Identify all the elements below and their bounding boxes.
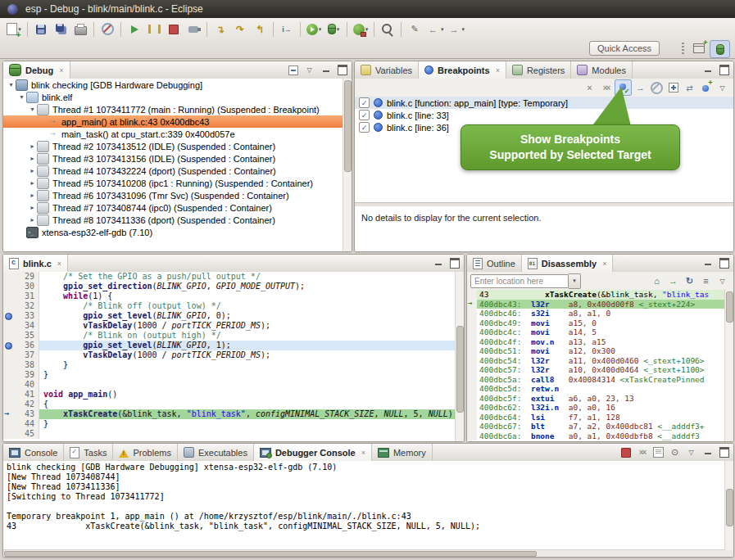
view-menu-button[interactable] (715, 273, 730, 288)
console-hscrollbar-thumb[interactable] (4, 551, 537, 557)
view-menu-button[interactable] (302, 63, 317, 78)
tab-debug[interactable]: Debug× (3, 61, 70, 79)
tab-disassembly[interactable]: Disassembly× (522, 255, 614, 272)
debug-tree-row[interactable]: ▸Thread #6 1073431096 (Tmr Svc) (Suspend… (3, 189, 343, 201)
editor-line[interactable]: 39} (3, 370, 456, 380)
home-button[interactable] (649, 273, 665, 288)
open-perspective-button[interactable] (689, 40, 708, 56)
disassembly-line[interactable]: 400dbc64: lsi f7, a1, 128 (467, 413, 725, 422)
print-button[interactable] (70, 20, 90, 38)
last-edit-button[interactable] (405, 20, 424, 38)
close-icon[interactable]: × (59, 66, 63, 75)
disassembly-line[interactable]: 400dbc57: l32r a10, 0x400d0464 <_stext+1… (467, 365, 725, 375)
disassembly-line[interactable]: 400dbc5f: extui a6, a0, 23, 13 (467, 394, 725, 404)
expand-down-icon[interactable]: ▾ (17, 93, 26, 101)
debug-tree-row[interactable]: ▾blink checking [GDB Hardware Debugging] (3, 79, 343, 91)
tab-console[interactable]: Console (3, 444, 64, 461)
step-over-button[interactable] (230, 20, 250, 38)
remove-all-button[interactable] (598, 80, 614, 95)
location-input[interactable]: Enter location here (470, 274, 569, 288)
debug-tree-row[interactable]: ▾Thread #1 1073411772 (main : Running) (… (3, 103, 343, 115)
console-scrollbar[interactable] (724, 461, 733, 550)
clear-button[interactable] (651, 445, 666, 460)
step-return-button[interactable] (250, 20, 270, 38)
terminate-button[interactable] (618, 445, 633, 460)
minimize-button[interactable] (700, 445, 715, 460)
step-into-button[interactable] (211, 20, 230, 38)
terminate-button[interactable] (164, 20, 184, 38)
debug-tree-row[interactable]: ▸Thread #8 1073411336 (dport) (Suspended… (3, 214, 343, 226)
expand-right-icon[interactable]: ▸ (28, 142, 37, 150)
close-icon[interactable]: × (602, 260, 606, 268)
goto-pc-button[interactable] (665, 273, 681, 288)
editor-line[interactable]: 34 vTaskDelay(1000 / portTICK_PERIOD_MS)… (3, 321, 456, 331)
disassembly-scrollbar[interactable] (724, 290, 733, 441)
debug-tree-row[interactable]: ▸Thread #4 1073432224 (dport) (Suspended… (3, 165, 343, 177)
debug-scrollbar-thumb[interactable] (344, 80, 352, 172)
search-button[interactable] (378, 20, 397, 38)
debug-tree-row[interactable]: ▸Thread #2 1073413512 (IDLE) (Suspended … (3, 140, 343, 152)
editor-line[interactable]: 30 gpio_set_direction(BLINK_GPIO, GPIO_M… (3, 282, 456, 291)
instruction-stepping-button[interactable] (277, 20, 297, 38)
debug-tree-row[interactable]: ▸Thread #3 1073413156 (IDLE) (Suspended … (3, 152, 343, 165)
instruction-pointer-icon[interactable] (3, 409, 14, 419)
editor-line[interactable]: 42{ (3, 400, 456, 409)
disconnect-button[interactable] (184, 20, 203, 38)
expand-down-icon[interactable]: ▾ (7, 81, 16, 88)
breakpoint-checkbox[interactable]: ✓ (359, 97, 370, 108)
editor-line[interactable]: 45 (3, 429, 456, 439)
disassembly-line[interactable]: 43 xTaskCreate(&blink_task, "blink_tas (467, 290, 725, 300)
minimize-button[interactable] (430, 256, 446, 271)
add-breakpoint-button[interactable] (698, 80, 714, 95)
tab-variables[interactable]: Variables (355, 61, 419, 79)
debug-tree-row[interactable]: ▸Thread #7 1073408744 (ipc0) (Suspended … (3, 201, 343, 214)
maximize-button[interactable] (447, 256, 462, 271)
editor-line[interactable]: 36 gpio_set_level(BLINK_GPIO, 1); (3, 341, 456, 350)
debug-tree-row[interactable]: xtensa-esp32-elf-gdb (7.10) (3, 226, 343, 238)
close-icon[interactable]: × (496, 66, 500, 75)
maximize-button[interactable] (334, 63, 350, 78)
disassembly-line[interactable]: 400dbc5a: call8 0x40084314 <xTaskCreateP… (467, 375, 725, 385)
suspend-button[interactable] (144, 20, 164, 38)
debug-tree-row[interactable]: main_task() at cpu_start.c:339 0x400d057… (3, 128, 343, 140)
tab-tasks[interactable]: Tasks (64, 444, 113, 461)
breakpoint-checkbox[interactable]: ✓ (359, 122, 370, 133)
external-tools-button[interactable]: ▾ (351, 20, 370, 38)
editor-line[interactable]: 29 /* Set the GPIO as a push/pull output… (3, 272, 456, 282)
refresh-button[interactable] (682, 273, 697, 288)
titlebar[interactable]: esp - Debug - blink/main/blink.c - Eclip… (0, 0, 735, 18)
editor-line[interactable]: 32 /* Blink off (output low) */ (3, 301, 456, 311)
save-button[interactable] (31, 20, 51, 38)
editor-scrollbar[interactable] (455, 272, 464, 441)
breakpoint-marker-icon[interactable] (3, 311, 14, 321)
console-scrollbar-thumb[interactable] (726, 489, 733, 526)
disassembly-line[interactable]: 400dbc62: l32i.n a0, a0, 16 (467, 403, 725, 413)
pin-button[interactable] (667, 445, 683, 460)
tab-debugger-console[interactable]: Debugger Console× (254, 444, 372, 461)
tab-outline[interactable]: Outline (467, 255, 522, 272)
tab-blink-c[interactable]: blink.c× (3, 255, 68, 272)
debug-button[interactable]: ▾ (324, 20, 343, 38)
editor-line[interactable]: 41void app_main() (3, 390, 456, 400)
minimize-button[interactable] (318, 63, 333, 78)
debug-perspective-button[interactable] (710, 40, 730, 58)
run-button[interactable]: ▾ (304, 20, 324, 38)
editor-line[interactable]: 33 gpio_set_level(BLINK_GPIO, 0); (3, 311, 456, 321)
editor-lines[interactable]: 29 /* Set the GPIO as a push/pull output… (3, 272, 456, 441)
save-all-button[interactable] (51, 20, 70, 38)
disassembly-line[interactable]: 400dbc6a: bnone a0, a1, 0x400dbfb8 <__ad… (467, 431, 725, 441)
editor-line[interactable]: 44} (3, 419, 456, 429)
remove-all-button[interactable] (634, 445, 650, 460)
editor-scrollbar-thumb[interactable] (456, 326, 464, 413)
disassembly-line[interactable]: 400dbc4f: mov.n a13, a15 (467, 337, 725, 347)
disassembly-line[interactable]: 400dbc54: l32r a11, 0x400d0460 <_stext+1… (467, 356, 725, 366)
skip-breakpoints-button[interactable] (98, 20, 117, 38)
expand-right-icon[interactable]: ▸ (28, 155, 37, 162)
maximize-button[interactable] (716, 445, 732, 460)
location-dropdown-button[interactable]: ▾ (569, 273, 581, 289)
quick-access-button[interactable]: Quick Access (589, 41, 660, 56)
breakpoint-row[interactable]: ✓blink.c [line: 33] (355, 109, 733, 121)
editor-line[interactable]: 38 } (3, 360, 456, 370)
maximize-button[interactable] (716, 63, 732, 78)
collapse-all-button[interactable] (285, 63, 301, 78)
